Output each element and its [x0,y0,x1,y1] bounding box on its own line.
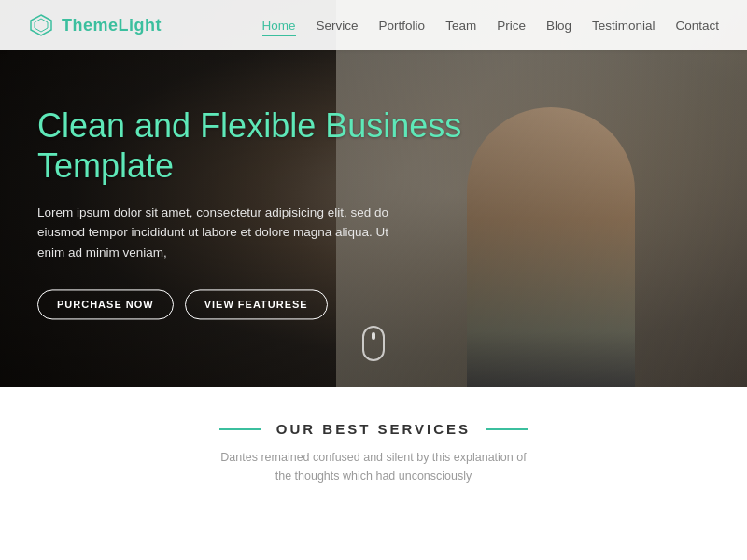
nav-item-testimonial[interactable]: Testimonial [592,17,655,34]
hero-title: Clean and Flexible Business Template [37,105,504,186]
services-section: OUR BEST SERVICES Dantes remained confus… [0,387,747,504]
services-description: Dantes remained confused and silent by t… [215,448,532,485]
nav-link-contact[interactable]: Contact [675,19,719,33]
nav-link-price[interactable]: Price [497,19,526,33]
scroll-indicator [362,326,385,361]
section-line-left [219,428,261,430]
hero-description: Lorem ipsum dolor sit amet, consectetur … [37,203,411,263]
nav-item-service[interactable]: Service [317,17,359,34]
hero-content: Clean and Flexible Business Template Lor… [37,105,504,319]
nav-item-team[interactable]: Team [445,17,476,34]
nav-links: Home Service Portfolio Team Price Blog T… [262,17,719,34]
brand-name: ThemeLight [62,16,162,35]
section-header: OUR BEST SERVICES [19,421,728,437]
nav-item-contact[interactable]: Contact [675,17,719,34]
navbar: ThemeLight Home Service Portfolio Team P… [0,0,747,50]
nav-item-home[interactable]: Home [262,17,296,34]
nav-item-blog[interactable]: Blog [546,17,571,34]
services-title: OUR BEST SERVICES [276,421,471,437]
hero-section: Clean and Flexible Business Template Lor… [0,0,747,387]
nav-item-price[interactable]: Price [497,17,526,34]
view-features-button[interactable]: VIEW FEATURESE [185,289,328,319]
svg-marker-1 [35,19,48,32]
nav-link-portfolio[interactable]: Portfolio [379,19,426,33]
purchase-now-button[interactable]: PURCHASE NOW [37,289,174,319]
nav-link-home[interactable]: Home [262,19,296,36]
nav-link-service[interactable]: Service [317,19,359,33]
nav-link-team[interactable]: Team [445,19,476,33]
nav-item-portfolio[interactable]: Portfolio [379,17,426,34]
svg-marker-0 [31,15,51,35]
section-line-right [486,428,528,430]
logo-icon [28,12,54,38]
nav-link-testimonial[interactable]: Testimonial [592,19,655,33]
hero-buttons: PURCHASE NOW VIEW FEATURESE [37,289,504,319]
scroll-dot [372,332,375,340]
nav-link-blog[interactable]: Blog [546,19,571,33]
logo[interactable]: ThemeLight [28,12,162,38]
